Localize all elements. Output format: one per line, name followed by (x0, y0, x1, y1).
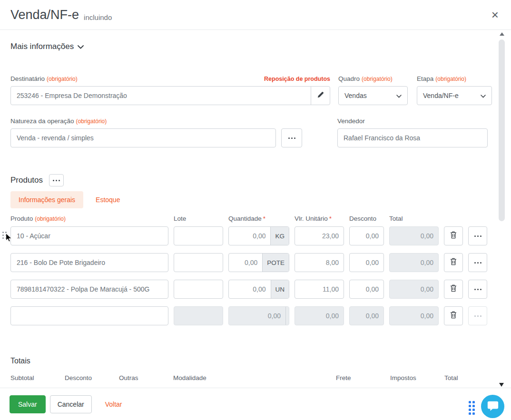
totais-header: Subtotal Desconto Outras Modalidade Fret… (10, 374, 501, 381)
edit-destinatario-button[interactable] (311, 86, 330, 105)
natureza-more-button[interactable] (281, 128, 302, 147)
col-quantidade: Quantidade* (228, 215, 289, 222)
modal-header: Venda/NF-e incluindo × (0, 0, 511, 30)
produto-input[interactable] (10, 226, 168, 245)
trash-icon (450, 311, 457, 321)
back-link[interactable]: Voltar (105, 400, 122, 408)
chat-launcher-button[interactable] (481, 395, 504, 418)
totais-col-total: Total (444, 374, 499, 381)
total-input (389, 280, 439, 299)
widget-drag-handle-icon[interactable] (469, 401, 475, 415)
produtos-title: Produtos (10, 176, 43, 185)
quantidade-input[interactable] (229, 227, 270, 245)
total-input (389, 306, 439, 325)
form-row-1: Destinatário(obrigatório) Reposição de p… (10, 75, 501, 105)
desconto-input (349, 306, 384, 325)
totais-col-desconto: Desconto (65, 374, 119, 381)
lote-input (174, 306, 223, 325)
tab-informacoes-gerais[interactable]: Informações gerais (10, 191, 83, 208)
scroll-up-arrow-icon[interactable] (500, 32, 504, 36)
table-row: UN (10, 280, 501, 299)
vlr-unitario-input[interactable] (295, 280, 344, 299)
lote-input[interactable] (174, 253, 223, 272)
desconto-input[interactable] (349, 226, 384, 245)
more-info-toggle[interactable]: Mais informações (10, 42, 84, 51)
produto-input[interactable] (10, 280, 168, 299)
natureza-label: Natureza da operação(obrigatório) (10, 117, 312, 125)
chevron-down-icon (481, 92, 486, 99)
row-more-button[interactable] (468, 253, 487, 272)
quantidade-field: UN (228, 280, 289, 299)
ellipsis-icon (474, 315, 482, 317)
col-lote: Lote (174, 215, 223, 222)
close-icon[interactable]: × (490, 9, 501, 21)
produtos-rows: KG POTE (10, 226, 501, 325)
quantidade-input[interactable] (229, 280, 271, 298)
chevron-down-icon (396, 92, 402, 99)
row-more-button[interactable] (468, 280, 487, 299)
produtos-more-button[interactable] (49, 174, 64, 186)
mouse-cursor (5, 233, 13, 245)
required-tag: (obrigatório) (435, 76, 466, 82)
row-more-button (468, 306, 487, 325)
venda-nfe-modal: Venda/NF-e incluindo × Mais informações … (0, 0, 511, 420)
table-row (10, 306, 501, 325)
produtos-header: Produtos (10, 174, 501, 186)
natureza-input[interactable] (10, 128, 276, 147)
produto-input[interactable] (10, 253, 168, 272)
total-input (389, 226, 439, 245)
vendedor-label: Vendedor (337, 117, 488, 125)
destinatario-label: Destinatário(obrigatório) (10, 75, 78, 82)
quantidade-field: KG (228, 226, 289, 245)
chat-bubble-icon (487, 400, 499, 414)
ellipsis-icon (474, 289, 482, 290)
ellipsis-icon (53, 180, 60, 181)
reposicao-produtos-link[interactable]: Reposição de produtos (264, 76, 330, 82)
lote-input[interactable] (174, 226, 223, 245)
trash-icon (450, 258, 457, 267)
unidade-badge (285, 307, 289, 325)
scrollbar-thumb[interactable] (499, 39, 505, 221)
vlr-unitario-input[interactable] (295, 226, 344, 245)
quadro-select[interactable]: Vendas (338, 86, 408, 105)
tab-estoque[interactable]: Estoque (96, 196, 120, 204)
produtos-tabs: Informações gerais Estoque (10, 191, 501, 208)
desconto-input[interactable] (349, 280, 384, 299)
col-desconto: Desconto (349, 215, 384, 222)
quantidade-input[interactable] (229, 254, 262, 272)
unidade-badge: UN (271, 280, 289, 298)
vendedor-input[interactable] (337, 128, 488, 147)
row-more-button[interactable] (468, 226, 487, 245)
form-row-2: Natureza da operação(obrigatório) Vended… (10, 117, 501, 147)
cancel-button[interactable]: Cancelar (50, 395, 92, 413)
etapa-value: Venda/NF-e (423, 92, 459, 99)
quantidade-input (229, 307, 285, 325)
delete-row-button[interactable] (444, 253, 463, 272)
trash-icon (450, 231, 457, 241)
destinatario-input[interactable] (10, 86, 311, 105)
etapa-select[interactable]: Venda/NF-e (417, 86, 492, 105)
required-tag: (obrigatório) (76, 118, 107, 125)
page-subtitle: incluindo (84, 13, 112, 21)
unidade-badge: KG (270, 227, 289, 245)
quantidade-field (228, 306, 289, 325)
required-asterisk: * (263, 215, 265, 222)
save-button[interactable]: Salvar (10, 395, 46, 413)
page-title: Venda/NF-e (10, 8, 79, 22)
delete-row-button[interactable] (444, 306, 463, 325)
vertical-scrollbar (498, 31, 506, 387)
scroll-down-arrow-icon[interactable] (499, 383, 504, 387)
required-tag: (obrigatório) (47, 76, 78, 82)
produto-input[interactable] (10, 306, 168, 325)
pencil-icon (317, 91, 324, 100)
delete-row-button[interactable] (444, 280, 463, 299)
delete-row-button[interactable] (444, 226, 463, 245)
totais-col-subtotal: Subtotal (10, 374, 65, 381)
totais-col-outras: Outras (119, 374, 173, 381)
table-row: POTE (10, 253, 501, 272)
desconto-input[interactable] (349, 253, 384, 272)
required-tag: (obrigatório) (362, 76, 393, 82)
lote-input[interactable] (174, 280, 223, 299)
more-info-label: Mais informações (10, 42, 74, 51)
vlr-unitario-input[interactable] (295, 253, 344, 272)
